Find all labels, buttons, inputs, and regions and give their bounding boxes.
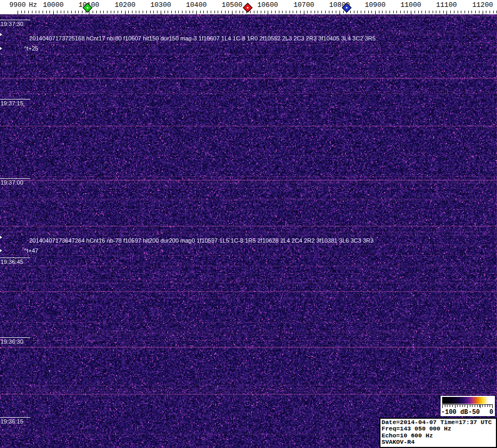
- time-label: 19:36:30: [1, 338, 23, 345]
- freq-unit-label: Hz: [29, 1, 37, 9]
- freq-tick: 10600: [257, 1, 278, 9]
- colorbar-mid-label: -50: [468, 409, 480, 416]
- waterfall-display: [0, 14, 497, 448]
- time-gridline: [0, 178, 30, 179]
- station-info-box: Date=2014-04-07 Time=17:37 UTC Freq=143 …: [379, 418, 497, 448]
- info-frequency: Freq=143 050 000 Hz: [382, 426, 495, 432]
- time-label: 19:36:45: [1, 259, 23, 265]
- colorbar-max-label: 0: [490, 409, 493, 416]
- info-station: SVAKOV-R4: [382, 439, 495, 445]
- detection-text-2: 20140407173647264 hCnt16 nb-78 f10597 hi…: [29, 237, 374, 244]
- freq-tick: 10000: [43, 1, 63, 9]
- freq-tick: 10900: [365, 1, 385, 9]
- time-label: 19:37:00: [1, 179, 23, 186]
- detection-text-1: 20140407173725168 hCnt17 nb-80 f10607 hi…: [29, 35, 376, 42]
- time-gridline: [0, 417, 30, 418]
- freq-tick: 10500: [221, 1, 242, 9]
- colorbar-gradient: [442, 397, 493, 404]
- intensity-colorbar: -100 dB -50 0: [441, 396, 495, 416]
- time-label: 19:36:15: [1, 418, 23, 425]
- time-gridline: [0, 99, 30, 99]
- colorbar-ruler: [442, 404, 493, 408]
- freq-tick: 11100: [436, 1, 457, 9]
- freq-tick: 10200: [114, 1, 135, 9]
- colorbar-min-label: -100 dB: [441, 409, 468, 416]
- time-gridline: [0, 337, 30, 338]
- spectrogram-app-window: 9900 Hz 10000 10100 10200 10300 10400 10…: [0, 0, 497, 448]
- time-gridline: [0, 20, 30, 20]
- freq-tick: 9900: [9, 1, 26, 9]
- freq-tick: 11200: [472, 1, 493, 9]
- detection-offset-1: ^t+25: [24, 45, 38, 52]
- detection-offset-2: ^t+47: [24, 247, 38, 254]
- time-gridline: [0, 258, 30, 258]
- freq-tick: 10700: [293, 1, 314, 9]
- freq-tick: 10400: [186, 1, 206, 9]
- time-label: 19:37:15: [1, 100, 23, 106]
- freq-tick: 10300: [150, 1, 171, 9]
- time-label: 19:37:30: [1, 21, 23, 27]
- freq-tick: 11000: [400, 1, 421, 9]
